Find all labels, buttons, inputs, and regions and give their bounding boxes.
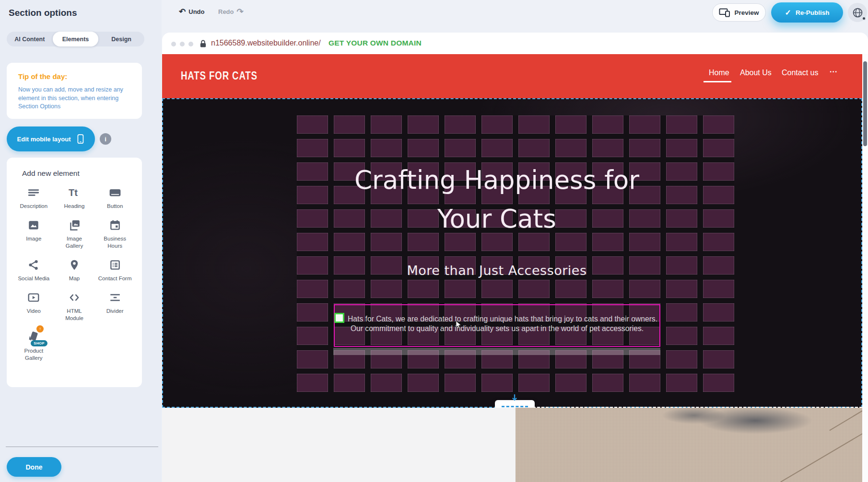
resize-dash-line [502, 406, 528, 407]
phone-icon [76, 133, 84, 145]
nav-item-home[interactable]: Home [709, 69, 729, 77]
site-url[interactable]: n1566589.websitebuilder.online/ [211, 39, 321, 47]
tip-title: Tip of the day: [18, 72, 67, 80]
element-html-module[interactable]: HTML Module [54, 289, 95, 322]
element-grid: Description Tt Heading Button [13, 184, 135, 362]
element-heading[interactable]: Tt Heading [54, 184, 95, 210]
browser-preview-window: n1566589.websitebuilder.online/ GET YOUR… [162, 33, 868, 482]
nav-item-about-us[interactable]: About Us [740, 69, 772, 77]
redo-icon: ↷ [237, 8, 244, 16]
app: Section options AI Content Elements Desi… [0, 0, 868, 482]
heading-icon: Tt [67, 184, 82, 201]
tip-body: Now you can add, move and resize any ele… [18, 86, 131, 111]
add-new-element-card: Add new element Description Tt Heading [7, 158, 142, 387]
element-description[interactable]: Description [13, 184, 54, 210]
next-section-blank-area [162, 408, 516, 482]
window-control-dots [171, 42, 193, 46]
tab-elements[interactable]: Elements [53, 32, 99, 46]
floor-seam [829, 408, 862, 431]
element-divider[interactable]: Divider [94, 289, 135, 322]
preview-scrollbar [862, 54, 868, 482]
hero-heading[interactable]: Crafting Happiness for Your Cats [163, 161, 831, 238]
mouse-cursor [456, 321, 462, 329]
nav-active-underline [704, 81, 731, 82]
window-dot [171, 42, 176, 46]
nav-more-menu[interactable]: ... [830, 66, 837, 74]
element-business-hours[interactable]: Business Hours [94, 217, 135, 250]
button-icon [108, 184, 122, 201]
element-hover-highlight [333, 348, 660, 355]
element-social-media[interactable]: Social Media [13, 257, 54, 282]
panel-title: Section options [9, 8, 77, 18]
site-logo[interactable]: HATS FOR CATS [181, 69, 258, 82]
devices-icon [719, 8, 730, 17]
republish-button[interactable]: ✓ Re-Publish [771, 2, 843, 23]
info-icon[interactable]: i [100, 133, 111, 145]
image-icon [27, 217, 40, 233]
scrollbar-thumb[interactable] [863, 61, 867, 146]
floor-photo [516, 408, 862, 482]
paragraph-selection-box[interactable]: Hats for Cats, we are dedicated to craft… [334, 304, 660, 347]
window-dot [188, 42, 193, 46]
arrow-down-icon [512, 394, 517, 402]
floor-seam [780, 430, 862, 482]
next-section[interactable] [162, 408, 862, 482]
browser-chrome: n1566589.websitebuilder.online/ GET YOUR… [162, 33, 868, 54]
hero-section-selected[interactable]: Crafting Happiness for Your Cats More th… [162, 98, 862, 408]
edit-mobile-layout-button[interactable]: Edit mobile layout [7, 126, 95, 151]
svg-text:Tt: Tt [69, 187, 78, 198]
element-product-gallery[interactable]: ↑ SHOP Product Gallery [13, 329, 54, 362]
video-icon [27, 289, 40, 306]
panel-tabs: AI Content Elements Design [7, 32, 144, 46]
html-module-icon [68, 289, 81, 306]
section-options-panel: Section options AI Content Elements Desi… [0, 0, 162, 482]
contact-form-icon [109, 257, 121, 273]
done-button[interactable]: Done [7, 457, 61, 477]
upgrade-badge-icon: ↑ [36, 325, 44, 333]
element-drag-handle[interactable] [334, 313, 344, 323]
element-map[interactable]: Map [54, 257, 95, 282]
redo-button[interactable]: Redo ↷ [218, 8, 244, 16]
tip-of-the-day-card: Tip of the day: Now you can add, move an… [7, 63, 142, 119]
lock-icon [199, 39, 207, 48]
add-new-element-title: Add new element [22, 169, 80, 178]
window-dot [180, 42, 185, 46]
shop-badge: SHOP [31, 340, 47, 346]
globe-icon [852, 7, 863, 18]
hero-subheading[interactable]: More than Just Accessories [163, 263, 831, 278]
image-gallery-icon [68, 217, 81, 233]
tab-design[interactable]: Design [98, 32, 144, 46]
edit-mobile-layout-label: Edit mobile layout [17, 136, 71, 143]
business-hours-icon [109, 217, 121, 233]
element-image[interactable]: Image [13, 217, 54, 250]
get-your-own-domain-link[interactable]: GET YOUR OWN DOMAIN [328, 39, 422, 47]
globe-status-dot [862, 16, 866, 21]
undo-icon: ↶ [179, 8, 186, 16]
hero-paragraph[interactable]: Hats for Cats, we are dedicated to craft… [348, 314, 646, 333]
description-icon [27, 184, 40, 201]
undo-button[interactable]: ↶ Undo [179, 8, 204, 16]
language-globe-button[interactable] [848, 3, 867, 22]
site-viewport: HATS FOR CATS Home About Us Contact us .… [162, 54, 862, 482]
divider-icon [109, 289, 121, 306]
social-media-icon [27, 257, 40, 273]
element-video[interactable]: Video [13, 289, 54, 322]
element-contact-form[interactable]: Contact Form [94, 257, 135, 282]
preview-button[interactable]: Preview [712, 3, 766, 22]
check-icon: ✓ [785, 8, 791, 17]
nav-item-contact-us[interactable]: Contact us [782, 69, 818, 77]
tab-ai-content[interactable]: AI Content [7, 32, 53, 46]
product-gallery-icon: ↑ SHOP [26, 329, 41, 345]
map-icon [68, 257, 81, 273]
sidebar-divider [6, 447, 158, 447]
site-header[interactable]: HATS FOR CATS Home About Us Contact us .… [162, 54, 862, 98]
element-button[interactable]: Button [94, 184, 135, 210]
element-image-gallery[interactable]: Image Gallery [54, 217, 95, 250]
